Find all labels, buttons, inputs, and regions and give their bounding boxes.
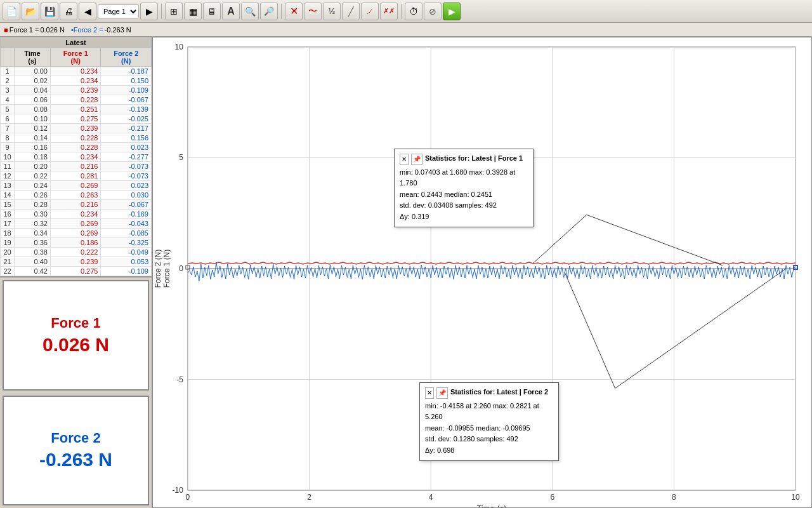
force1-status-text: Force 1 = [10,26,39,34]
table-row: 70.120.239-0.217 [1,124,152,133]
svg-text:0: 0 [179,264,183,273]
zoom-in-button[interactable]: 🔍 [241,3,259,20]
force1-status-label: ■ [4,26,8,34]
table-row: 210.400.2390.053 [1,257,152,267]
statusbar: ■ Force 1 = 0.026 N •Force 2 = -0.263 N [0,23,812,37]
cross-button[interactable]: ✕ [285,3,303,20]
col-header-f1: Force 1(N) [50,48,101,67]
svg-text:8: 8 [672,493,676,502]
col-header-f2: Force 2(N) [101,48,152,67]
table-row: 50.080.251-0.139 [1,105,152,114]
open-file-button[interactable]: 📂 [22,3,39,20]
add-table-button[interactable]: ⊞ [165,3,183,20]
table-header-latest: Latest [1,37,152,48]
col-header-row [1,48,15,67]
data-table-container: Latest Time(s) Force 1(N) Force 2(N) 10.… [0,37,152,277]
table-row: 150.280.216-0.067 [1,200,152,210]
chart-svg: 0 2 4 6 8 10 10 5 0 -5 -10 Time (s) Forc… [153,37,811,507]
half-button[interactable]: ½ [323,3,341,20]
data-table: Latest Time(s) Force 1(N) Force 2(N) 10.… [0,37,152,276]
add-graph-button[interactable]: ▦ [184,3,202,20]
play-button[interactable]: ▶ [443,3,461,20]
table-row: 30.040.239-0.109 [1,86,152,95]
force2-status-label: •Force 2 = [71,26,103,34]
add-display-button[interactable]: 🖥 [203,3,221,20]
svg-text:0: 0 [186,493,190,502]
wave-button[interactable]: 〜 [304,3,322,20]
circle-button[interactable]: ⊘ [424,3,442,20]
text-button[interactable]: A [222,3,240,20]
page-selector[interactable]: Page 1 [98,4,139,18]
left-panel: Latest Time(s) Force 1(N) Force 2(N) 10.… [0,37,152,508]
force1-status-value: 0.026 N [40,26,65,34]
table-row: 110.200.216-0.073 [1,162,152,171]
force2-display-label: Force 2 [51,430,100,446]
display-boxes: Force 1 0.026 N Force 2 -0.263 N [0,277,152,508]
table-row: 100.180.234-0.277 [1,152,152,162]
table-row: 130.240.2690.023 [1,181,152,190]
svg-text:10: 10 [791,493,800,502]
svg-text:Force 2 (N): Force 2 (N) [154,250,162,288]
table-row: 160.300.234-0.169 [1,210,152,219]
table-row: 20.020.2340.150 [1,76,152,86]
slope-button[interactable]: ╱ [342,3,360,20]
back-button[interactable]: ◀ [79,3,96,20]
print-button[interactable]: 🖨 [60,3,77,20]
svg-text:2: 2 [307,493,311,502]
force2-display-value: -0.263 N [39,449,112,471]
separator-1 [161,4,162,19]
table-row: 140.260.2630.030 [1,190,152,200]
table-row: 40.060.228-0.067 [1,95,152,105]
chart-area[interactable]: 0 2 4 6 8 10 10 5 0 -5 -10 Time (s) Forc… [152,37,812,508]
col-header-time: Time(s) [15,48,51,67]
table-row: 90.160.2280.023 [1,143,152,152]
force1-display-value: 0.026 N [43,334,109,356]
table-row: 220.420.275-0.109 [1,267,152,276]
separator-2 [281,4,282,19]
table-row: 180.340.269-0.085 [1,229,152,238]
svg-text:-5: -5 [176,375,183,384]
svg-text:10: 10 [175,43,184,51]
force1-display-label: Force 1 [51,315,100,331]
multi-button[interactable]: ✗✗ [380,3,398,20]
table-row: 80.140.2280.156 [1,133,152,143]
svg-text:4: 4 [429,493,433,502]
new-file-button[interactable]: 📄 [3,3,20,20]
table-body: 10.000.234-0.18720.020.2340.15030.040.23… [1,67,152,276]
zoom-out-button[interactable]: 🔎 [260,3,278,20]
force2-status-value: -0.263 N [105,26,131,34]
clock-button[interactable]: ⏱ [405,3,422,20]
toolbar: 📄 📂 💾 🖨 ◀ Page 1 ▶ ⊞ ▦ 🖥 A 🔍 🔎 ✕ 〜 ½ ╱ ⟋… [0,0,812,23]
table-row: 10.000.234-0.187 [1,67,152,76]
save-file-button[interactable]: 💾 [41,3,58,20]
force1-display-box: Force 1 0.026 N [3,280,149,391]
main-area: Latest Time(s) Force 1(N) Force 2(N) 10.… [0,37,812,508]
table-row: 200.380.222-0.049 [1,248,152,257]
table-row: 190.360.186-0.325 [1,238,152,248]
svg-text:Force 1 (N): Force 1 (N) [162,250,171,288]
svg-text:6: 6 [550,493,554,502]
forward-button[interactable]: ▶ [140,3,158,20]
svg-text:-10: -10 [173,486,184,495]
table-row: 60.100.275-0.025 [1,114,152,124]
table-row: 170.320.269-0.043 [1,219,152,229]
svg-text:Time (s): Time (s) [476,504,506,507]
line-button[interactable]: ⟋ [361,3,379,20]
separator-3 [401,4,402,19]
force2-display-box: Force 2 -0.263 N [3,396,149,506]
svg-text:5: 5 [179,153,183,162]
table-row: 120.220.281-0.073 [1,171,152,181]
